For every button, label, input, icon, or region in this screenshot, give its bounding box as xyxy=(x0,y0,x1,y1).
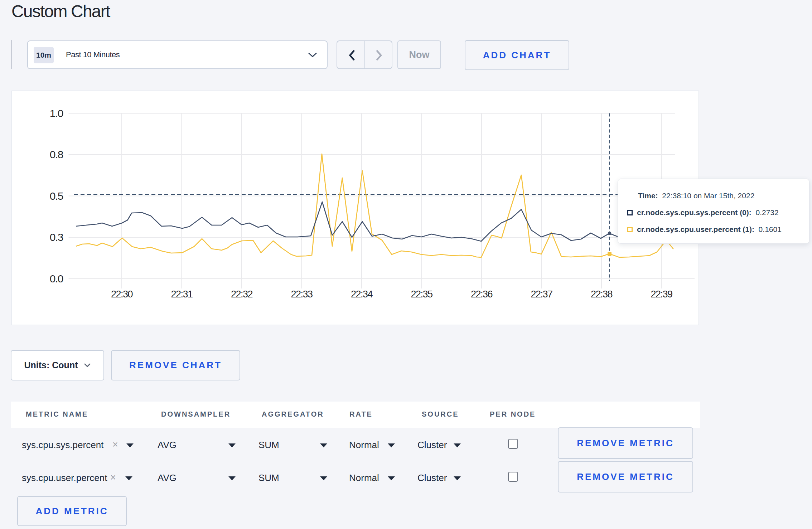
svg-text:22:36: 22:36 xyxy=(471,289,493,300)
svg-text:22:34: 22:34 xyxy=(351,289,373,300)
svg-text:0.5: 0.5 xyxy=(50,190,63,202)
svg-text:22:32: 22:32 xyxy=(231,289,253,300)
svg-text:1.0: 1.0 xyxy=(50,107,63,119)
svg-text:22:35: 22:35 xyxy=(411,289,432,300)
svg-text:0.3: 0.3 xyxy=(50,231,63,243)
svg-text:0.8: 0.8 xyxy=(50,149,63,160)
svg-text:22:39: 22:39 xyxy=(651,289,672,300)
svg-text:22:31: 22:31 xyxy=(171,289,193,300)
svg-text:22:30: 22:30 xyxy=(111,289,133,300)
svg-text:22:37: 22:37 xyxy=(531,289,552,300)
svg-text:22:33: 22:33 xyxy=(291,289,313,300)
svg-text:0.0: 0.0 xyxy=(50,273,63,285)
svg-text:22:38: 22:38 xyxy=(591,289,613,300)
